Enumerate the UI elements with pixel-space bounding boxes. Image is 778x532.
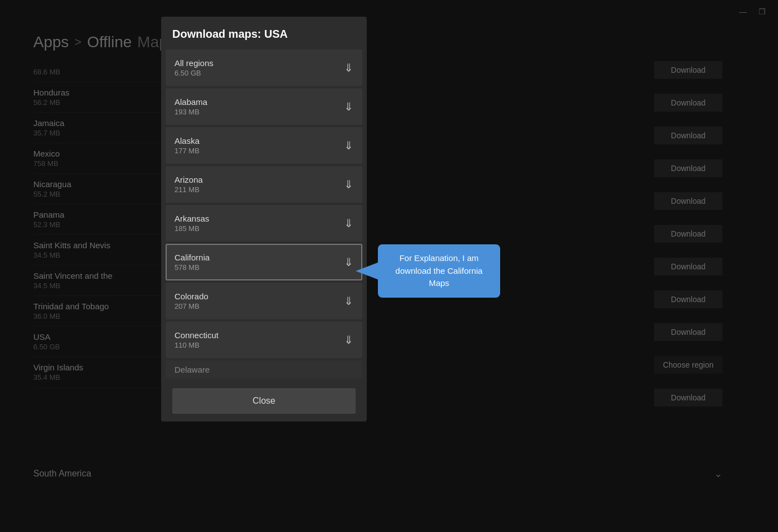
download-icon: ⇓ [344, 217, 353, 230]
region-item-alaska[interactable]: Alaska 177 MB ⇓ [166, 127, 362, 164]
region-item-colorado[interactable]: Colorado 207 MB ⇓ [166, 283, 362, 319]
region-item-connecticut[interactable]: Connecticut 110 MB ⇓ [166, 322, 362, 358]
download-icon: ⇓ [344, 178, 353, 191]
download-maps-modal: Download maps: USA All regions 6.50 GB ⇓… [161, 17, 367, 421]
download-icon: ⇓ [344, 333, 353, 347]
download-icon: ⇓ [344, 255, 353, 269]
modal-title: Download maps: USA [161, 17, 367, 49]
annotation-text: For Explanation, I am download the Calif… [396, 253, 483, 288]
modal-region-list[interactable]: All regions 6.50 GB ⇓ Alabama 193 MB ⇓ A… [161, 49, 367, 380]
region-item-alabama[interactable]: Alabama 193 MB ⇓ [166, 88, 362, 125]
modal-footer: Close [161, 380, 367, 421]
region-item-california[interactable]: California 578 MB ⇓ [166, 244, 362, 280]
download-icon: ⇓ [344, 294, 353, 308]
annotation-tooltip: For Explanation, I am download the Calif… [378, 244, 500, 298]
region-item-arkansas[interactable]: Arkansas 185 MB ⇓ [166, 205, 362, 242]
download-icon: ⇓ [344, 61, 353, 74]
region-item-all-regions[interactable]: All regions 6.50 GB ⇓ [166, 49, 362, 86]
region-item-partial[interactable]: Delaware [166, 360, 362, 378]
download-icon: ⇓ [344, 100, 353, 113]
download-icon: ⇓ [344, 139, 353, 152]
modal-close-button[interactable]: Close [172, 388, 356, 414]
region-item-arizona[interactable]: Arizona 211 MB ⇓ [166, 166, 362, 203]
